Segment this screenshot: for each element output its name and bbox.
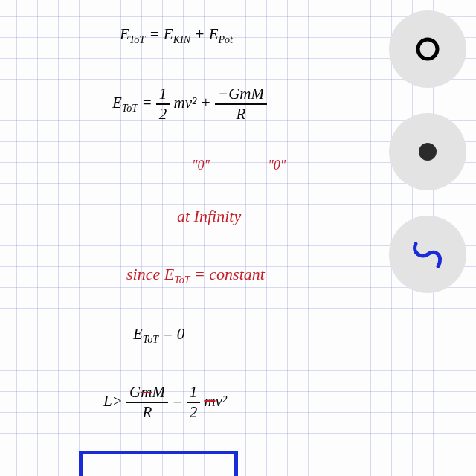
- tool-stroke-button[interactable]: [389, 216, 466, 293]
- result-escape-velocity: v = √2GMR: [79, 451, 238, 476]
- stroke-sample-icon: [405, 232, 450, 277]
- equation-total-energy: EToT = EKIN + EPot: [104, 9, 379, 63]
- tool-sidebar: [379, 0, 476, 476]
- equation-etot-zero: EToT = 0: [118, 309, 379, 363]
- note-at-infinity: at Infinity: [161, 189, 379, 243]
- svg-point-1: [419, 143, 437, 161]
- tool-circle-outline-button[interactable]: [389, 10, 466, 88]
- tool-circle-filled-button[interactable]: [389, 113, 466, 190]
- zero-annotations: "0""0": [178, 144, 379, 187]
- note-constant: since EToT = constant: [110, 248, 379, 304]
- equation-energy-expanded: EToT = 12 mv² + −GmMR: [97, 69, 379, 139]
- equation-balance: L> GmMR = 12 mv²: [88, 367, 379, 437]
- circle-outline-icon: [413, 34, 443, 64]
- circle-filled-icon: [413, 137, 443, 167]
- svg-point-0: [418, 39, 437, 59]
